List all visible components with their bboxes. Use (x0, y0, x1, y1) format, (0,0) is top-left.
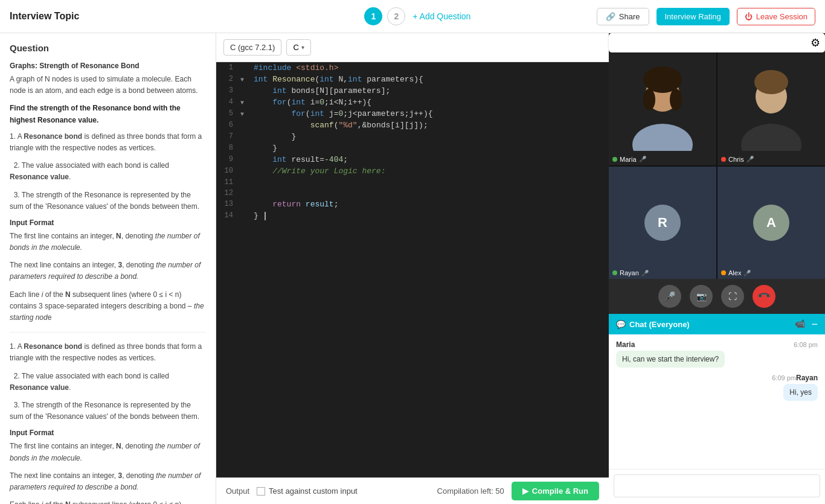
chat-header: 💬 Chat (Everyone) 📹 − (609, 314, 825, 334)
svg-point-1 (632, 124, 693, 151)
editor-toolbar: C (gcc 7.2.1) C ▾ (216, 33, 609, 62)
step-1-circle[interactable]: 1 (364, 7, 382, 25)
input-format-title: Input Format (10, 219, 206, 227)
chevron-down-icon: ▾ (301, 44, 304, 51)
play-icon: ▶ (522, 486, 528, 496)
leave-session-button[interactable]: ⏻ Leave Session (737, 8, 815, 25)
compile-run-button[interactable]: ▶ Compile & Run (512, 482, 599, 500)
msg-sender-rayan: Rayan (796, 374, 818, 382)
camera-button[interactable]: 📷 (690, 285, 713, 308)
question-rule-3b: 3. The strength of the Resonance is repr… (10, 400, 206, 423)
msg-bubble-rayan: Hi, yes (783, 384, 818, 401)
custom-input-checkbox[interactable] (257, 487, 265, 496)
svg-point-3 (643, 89, 655, 110)
share-button[interactable]: 🔗 Share (597, 8, 649, 25)
chat-icon: 💬 (616, 320, 626, 329)
question-rule-1b: 1. A Resonance bond is defined as three … (10, 341, 206, 364)
leave-session-label: Leave Session (756, 12, 807, 21)
output-label: Output (226, 486, 249, 496)
code-line-12: 12 (216, 188, 609, 199)
input-format-line-3: Each line i of the N subsequent lines (w… (10, 289, 206, 324)
input-format-line-2: The next line contains an integer, 3, de… (10, 260, 206, 282)
step-indicator: 1 2 (364, 7, 405, 25)
input-format-line-1b: The first line contains an integer, N, d… (10, 441, 206, 464)
code-line-9: 9 int result=-404; (216, 154, 609, 165)
mic-button[interactable]: 🎤 (658, 285, 681, 308)
code-lines: 1 #include <stdio.h> 2 ▼ int Resonance(i… (216, 62, 609, 222)
video-cell-rayan: R Rayan 🎤 (609, 167, 716, 279)
video-cell-maria: Maria 🎤 (609, 53, 716, 165)
code-line-14: 14 } (216, 210, 609, 222)
alex-avatar: A (753, 205, 789, 241)
settings-button[interactable]: ⚙ (609, 33, 825, 53)
compilation-left: Compilation left: 50 (437, 486, 504, 496)
chat-video-icon[interactable]: 📹 (795, 319, 805, 330)
link-icon: 🔗 (606, 12, 615, 21)
question-find-title: Find the strength of the Resonance bond … (10, 103, 206, 126)
rayan-mic-icon: 🎤 (641, 270, 649, 276)
maria-name: Maria 🎤 (612, 156, 646, 163)
msg-bubble-maria: Hi, can we start the interview? (616, 351, 725, 368)
mic-icon: 🎤 (664, 291, 676, 302)
chat-messages: Maria 6:08 pm Hi, can we start the inter… (609, 334, 825, 469)
add-question-label: + Add Question (412, 11, 470, 21)
alex-dot (721, 270, 726, 275)
chris-name: Chris 🎤 (721, 156, 754, 163)
end-call-icon: 📞 (757, 289, 771, 303)
app-title: Interview Topic (10, 11, 79, 22)
msg-time-rayan: 6:09 pm (772, 374, 796, 381)
compile-run-label: Compile & Run (532, 486, 588, 496)
question-section-title: Graphs: Strength of Resonance Bond (10, 62, 206, 70)
editor-area: C (gcc 7.2.1) C ▾ 1 #include <stdio.h> 2… (216, 33, 609, 504)
fullscreen-button[interactable]: ⛶ (721, 285, 744, 308)
msg-header-maria: Maria 6:08 pm (616, 340, 818, 349)
question-rule-1: 1. A Resonance bond is defined as three … (10, 131, 206, 154)
svg-point-4 (670, 89, 682, 110)
chat-message-maria: Maria 6:08 pm Hi, can we start the inter… (616, 340, 818, 368)
header: Interview Topic 1 2 + Add Question 🔗 Sha… (0, 0, 825, 33)
input-format-line-1: The first line contains an integer, N, d… (10, 231, 206, 254)
code-line-5: 5 ▼ for(int j=0;j<parameters;j++){ (216, 108, 609, 120)
question-rule-2b: 2. The value associated with each bond i… (10, 371, 206, 394)
language-display: C (gcc 7.2.1) (223, 39, 281, 56)
alex-label: Alex (728, 269, 741, 276)
video-cell-alex: A Alex 🎤 (717, 167, 825, 279)
input-format-title-2: Input Format (10, 429, 206, 437)
code-line-8: 8 } (216, 142, 609, 154)
code-line-3: 3 int bonds[N][parameters]; (216, 85, 609, 97)
add-question-btn[interactable]: + Add Question (412, 11, 470, 21)
chat-input[interactable] (614, 474, 820, 497)
question-heading: Question (10, 43, 206, 53)
interview-rating-button[interactable]: Interview Rating (656, 8, 730, 25)
chat-input-area (609, 469, 825, 504)
maria-label: Maria (620, 156, 637, 163)
chat-panel: 💬 Chat (Everyone) 📹 − Maria 6:08 pm Hi, … (609, 314, 825, 504)
camera-icon: 📷 (696, 292, 707, 301)
rayan-dot (612, 270, 617, 275)
step-2-circle[interactable]: 2 (387, 7, 405, 25)
power-icon: ⏻ (745, 12, 753, 21)
rayan-avatar: R (644, 205, 681, 241)
fullscreen-icon: ⛶ (728, 292, 737, 301)
question-rule-3: 3. The strength of the Resonance is repr… (10, 190, 206, 212)
custom-input-toggle[interactable]: Test against custom input (257, 486, 358, 496)
code-line-6: 6 scanf("%d",&bonds[i][j]); (216, 120, 609, 131)
msg-header-rayan: Rayan 6:09 pm (772, 374, 818, 382)
lang-short-label: C (293, 43, 298, 52)
chat-minimize-icon[interactable]: − (811, 319, 818, 330)
alex-name: Alex 🎤 (721, 269, 751, 276)
language-dropdown[interactable]: C ▾ (286, 39, 310, 56)
code-line-1: 1 #include <stdio.h> (216, 62, 609, 74)
maria-avatar-video (626, 66, 699, 151)
svg-point-7 (754, 70, 788, 94)
video-cell-chris: Chris 🎤 (717, 53, 825, 165)
call-controls: 🎤 📷 ⛶ 📞 (609, 279, 825, 314)
code-editor[interactable]: 1 #include <stdio.h> 2 ▼ int Resonance(i… (216, 62, 609, 477)
divider-1 (10, 332, 206, 333)
question-rule-2: 2. The value associated with each bond i… (10, 160, 206, 183)
main-layout: Question Graphs: Strength of Resonance B… (0, 33, 825, 504)
rayan-name: Rayan 🎤 (612, 269, 649, 276)
question-intro: A graph of N nodes is used to simulate a… (10, 74, 206, 97)
end-call-button[interactable]: 📞 (753, 285, 775, 308)
chat-title-label: Chat (Everyone) (629, 320, 690, 329)
